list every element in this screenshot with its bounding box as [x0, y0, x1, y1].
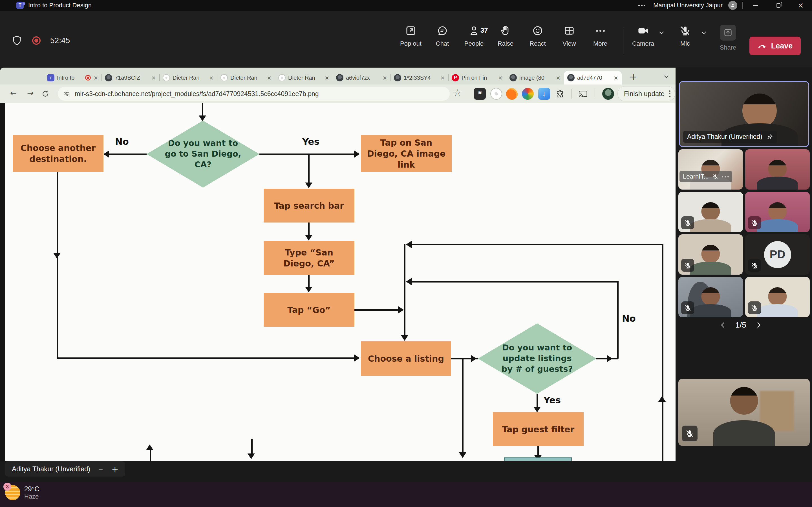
reload-button[interactable] [41, 90, 50, 98]
flow-tap-go: Tap “Go” [264, 293, 354, 327]
browser-menu-icon[interactable] [669, 91, 670, 97]
browser-tab-active[interactable]: ad7d4770 × [564, 71, 622, 84]
react-button[interactable]: React [521, 25, 555, 47]
edge-label-no: No [622, 313, 636, 324]
participant-video [758, 202, 798, 232]
tab-close-icon[interactable]: × [267, 74, 271, 81]
flow-tap-search-bar: Tap search bar [264, 189, 354, 223]
people-count-badge: 37 [480, 26, 488, 34]
local-video-tile[interactable] [678, 379, 810, 446]
pin-icon[interactable] [766, 133, 773, 140]
tab-close-icon[interactable]: × [498, 74, 503, 81]
popout-button[interactable]: Pop out [394, 25, 428, 47]
browser-tab-teams[interactable]: T Intro to × [44, 71, 101, 84]
restore-button[interactable] [767, 0, 790, 11]
weather-condition: Haze [24, 493, 40, 500]
more-button[interactable]: More [583, 25, 617, 47]
flow-decision-san-diego: Do you want to go to San Diego, CA? [147, 121, 259, 187]
toolbar-divider [623, 27, 623, 55]
browser-tab[interactable]: Dieter Ran × [159, 71, 217, 84]
participant-tile-initials[interactable]: PD [745, 234, 810, 275]
extension-icon[interactable]: ↓ [538, 88, 550, 100]
tab-close-icon[interactable]: × [613, 74, 618, 81]
mic-options-chevron-icon[interactable] [702, 30, 706, 34]
address-bar[interactable]: mir-s3-cdn-cf.behance.net/project_module… [58, 87, 450, 101]
extension-icon[interactable] [490, 88, 502, 100]
forward-button[interactable]: → [27, 89, 34, 98]
finish-update-button[interactable]: Finish update [617, 86, 675, 101]
browser-tab[interactable]: image (80 × [506, 71, 564, 84]
participant-tile-learnit[interactable]: LearnIT... [678, 149, 743, 189]
extensions-puzzle-icon[interactable] [555, 89, 565, 99]
people-button[interactable]: 37 People [457, 25, 491, 47]
browser-tab[interactable]: Dieter Ran × [217, 71, 275, 84]
account-avatar[interactable] [728, 1, 737, 10]
new-tab-button[interactable]: + [629, 71, 638, 82]
mic-button[interactable]: Mic [668, 25, 702, 47]
globe-favicon [105, 74, 112, 81]
browser-tab[interactable]: a6viof7zx × [333, 71, 391, 84]
cast-icon[interactable] [578, 89, 588, 99]
extension-icon[interactable] [506, 88, 518, 100]
popout-icon [405, 25, 417, 37]
browser-tab-pinterest[interactable]: P Pin on Fin × [448, 71, 506, 84]
participant-video [758, 287, 798, 317]
org-name: Manipal University Jaipur [653, 2, 723, 9]
hangup-phone-icon [758, 41, 767, 51]
pinterest-favicon: P [452, 74, 459, 81]
people-icon [468, 25, 480, 37]
bookmark-star-icon[interactable]: ☆ [453, 87, 462, 98]
meeting-timer: 52:45 [50, 36, 70, 45]
page-previous-chevron-icon[interactable] [721, 322, 726, 328]
extension-icon[interactable] [522, 88, 534, 100]
presenter-overlay: Aditya Thakur (Unverified) – + [5, 461, 125, 476]
flow-decision-guests: Do you want to update listings by # of g… [478, 323, 596, 394]
mic-muted-icon [712, 173, 718, 180]
tab-close-icon[interactable]: × [382, 74, 387, 81]
tab-close-icon[interactable]: × [324, 74, 329, 81]
titlebar-more-icon[interactable] [638, 5, 645, 6]
tab-close-icon[interactable]: × [440, 74, 445, 81]
page-next-chevron-icon[interactable] [755, 322, 761, 328]
edge-label-yes: Yes [544, 395, 561, 406]
react-smiley-icon [532, 25, 544, 37]
back-button[interactable]: ← [10, 89, 17, 98]
chat-button[interactable]: Chat [425, 25, 459, 47]
tab-close-icon[interactable]: × [209, 74, 214, 81]
mic-muted-icon [748, 216, 761, 229]
tab-close-icon[interactable]: × [151, 74, 156, 81]
minimize-button[interactable] [744, 0, 767, 11]
zoom-out-button[interactable]: – [99, 464, 103, 474]
main-speaker-tile[interactable]: Aditya Thakur (Unverified) [679, 81, 809, 147]
globe-favicon [336, 74, 343, 81]
browser-tab[interactable]: 1*2I33SY4 × [391, 71, 448, 84]
close-button[interactable]: × [790, 0, 812, 11]
edge-label-no: No [115, 136, 129, 147]
camera-button[interactable]: Camera [626, 25, 660, 47]
raise-hand-icon [500, 25, 511, 37]
raise-hand-button[interactable]: Raise [489, 25, 522, 47]
site-settings-icon[interactable] [63, 90, 70, 98]
tile-more-icon[interactable] [722, 176, 729, 177]
zoom-in-button[interactable]: + [111, 464, 118, 474]
participant-tile[interactable] [678, 277, 743, 317]
camera-options-chevron-icon[interactable] [659, 30, 664, 34]
extension-icon[interactable]: * [474, 88, 486, 100]
weather-widget[interactable]: 3 29°C Haze [5, 485, 40, 500]
browser-tab[interactable]: 71a9BCIZ × [101, 71, 159, 84]
leave-button[interactable]: Leave [749, 37, 801, 55]
flow-choose-destination: Choose another destination. [13, 135, 103, 172]
tab-close-icon[interactable]: × [556, 74, 560, 81]
browser-tab[interactable]: Dieter Ran × [275, 71, 333, 84]
participant-tile[interactable] [678, 234, 743, 275]
participant-tile[interactable] [745, 149, 810, 189]
tab-close-icon[interactable]: × [93, 74, 98, 81]
participant-tile[interactable] [745, 277, 810, 317]
share-icon [723, 28, 733, 38]
url-text[interactable]: mir-s3-cdn-cf.behance.net/project_module… [75, 90, 319, 98]
view-button[interactable]: View [552, 25, 586, 47]
participant-tile[interactable] [745, 192, 810, 232]
participant-tile[interactable] [678, 192, 743, 232]
profile-avatar[interactable] [602, 88, 614, 100]
participant-video [691, 287, 731, 317]
